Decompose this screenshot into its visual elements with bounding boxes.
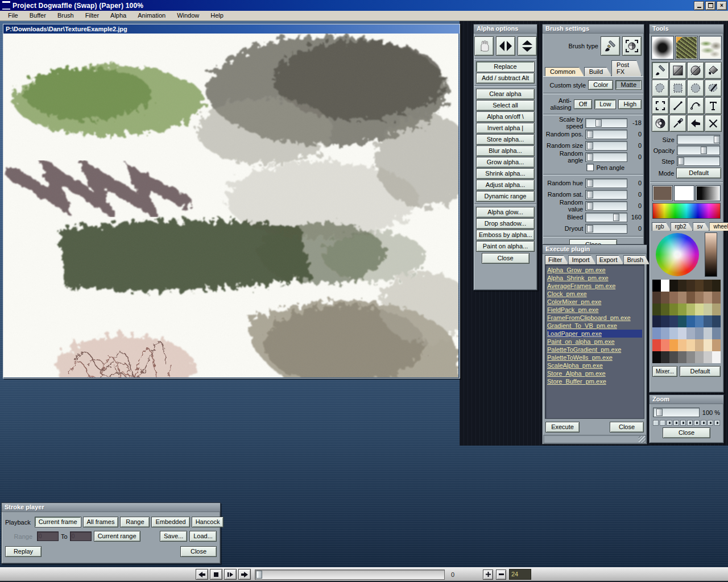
mode-button[interactable]: Default — [676, 168, 721, 178]
close-button[interactable]: × — [717, 1, 727, 10]
alpha-action-button[interactable]: Dynamic range — [476, 191, 535, 202]
zoom-title[interactable]: Zoom — [650, 395, 723, 404]
plugin-item[interactable]: Alpha_Grow_pm.exe — [547, 266, 642, 274]
crop-tool-button[interactable] — [652, 97, 669, 114]
hue-strip[interactable] — [652, 203, 721, 219]
palette-swatch[interactable] — [712, 315, 721, 327]
palette-swatch[interactable] — [652, 327, 661, 339]
menu-item[interactable]: Window — [171, 11, 205, 20]
execute-close-button[interactable]: Close — [610, 422, 644, 433]
pan-hand-button[interactable] — [474, 36, 494, 56]
tools-title[interactable]: Tools — [650, 24, 723, 34]
palette-swatch[interactable] — [695, 280, 704, 292]
palette-swatch[interactable] — [686, 292, 695, 304]
filled-ellipse-tool-button[interactable] — [687, 62, 704, 79]
delete-tool-button[interactable] — [705, 115, 722, 132]
zoom-slider[interactable] — [653, 408, 700, 417]
canvas-titlebar[interactable]: P:\Downloads\Danr\TextureExample2.jpg — [3, 24, 460, 34]
tab-wheel[interactable]: wheel — [709, 222, 728, 231]
palette-swatch[interactable] — [695, 304, 704, 315]
palette-swatch[interactable] — [712, 339, 721, 351]
brush-slider[interactable] — [585, 224, 627, 234]
palette-swatch[interactable] — [704, 304, 712, 315]
zoom-detent[interactable] — [667, 420, 672, 426]
zoom-close-button[interactable]: Close — [663, 427, 710, 438]
line-tool-button[interactable] — [669, 97, 686, 114]
fill-tool-button[interactable] — [705, 62, 722, 79]
tool-slider[interactable] — [677, 135, 720, 144]
secondary-color-swatch[interactable] — [674, 185, 694, 201]
ellipse-select-tool-button[interactable] — [687, 80, 704, 97]
palette-swatch[interactable] — [686, 351, 695, 363]
slider-thumb[interactable] — [595, 119, 602, 127]
color-wheel[interactable] — [656, 233, 699, 276]
palette-swatch[interactable] — [678, 351, 686, 363]
alpha-action-button[interactable]: Grow alpha... — [476, 157, 535, 168]
brush-slider[interactable] — [585, 213, 627, 222]
undo-tool-button[interactable] — [687, 115, 704, 132]
palette-swatch[interactable] — [661, 315, 669, 327]
menu-item[interactable]: Alpha — [105, 11, 132, 20]
save-button[interactable]: Save... — [160, 531, 187, 542]
palette-swatch[interactable] — [686, 327, 695, 339]
tab-export[interactable]: Export — [596, 255, 624, 264]
palette-swatch[interactable] — [704, 280, 712, 292]
slider-thumb[interactable] — [587, 153, 593, 161]
palette-swatch[interactable] — [669, 327, 678, 339]
slider-thumb[interactable] — [256, 571, 262, 579]
brush-slider[interactable] — [585, 152, 627, 162]
palette-swatch[interactable] — [661, 327, 669, 339]
slider-thumb[interactable] — [587, 142, 593, 149]
alpha-action-button[interactable]: Select all — [476, 100, 535, 111]
tool-slider[interactable] — [677, 156, 720, 166]
alpha-action-button[interactable]: Store alpha... — [476, 134, 535, 145]
palette-swatch[interactable] — [661, 339, 669, 351]
brush-slider[interactable] — [585, 130, 627, 139]
palette-swatch[interactable] — [669, 339, 678, 351]
brush-type-button[interactable] — [601, 36, 620, 56]
slider-thumb[interactable] — [587, 225, 593, 232]
alpha-action-button[interactable]: Alpha on/off \ — [476, 111, 535, 122]
rect-select-tool-button[interactable] — [669, 80, 686, 97]
texture-preview-thumbnail[interactable] — [675, 36, 698, 60]
slider-thumb[interactable] — [587, 180, 593, 187]
palette-swatch[interactable] — [704, 339, 712, 351]
zoom-detent[interactable] — [653, 420, 659, 426]
alpha-effect-button[interactable]: Paint on alpha... — [476, 241, 535, 252]
restore-button[interactable] — [705, 1, 715, 10]
zoom-detent[interactable] — [673, 420, 679, 426]
tab-sv[interactable]: sv — [693, 222, 709, 231]
plugin-item[interactable]: PaletteToWells_pm.exe — [547, 354, 642, 361]
brush-slider[interactable] — [585, 141, 627, 151]
load-button[interactable]: Load... — [189, 531, 217, 542]
brush-slider[interactable] — [585, 201, 627, 211]
text-tool-button[interactable] — [705, 97, 722, 114]
playback-current-frame-button[interactable]: Current frame — [35, 517, 81, 527]
tool-slider[interactable] — [677, 146, 720, 155]
palette-swatch[interactable] — [652, 304, 661, 315]
paper-preview-thumbnail[interactable] — [699, 36, 722, 60]
slider-thumb[interactable] — [701, 147, 707, 154]
plugin-item[interactable]: AverageFrames_pm.exe — [547, 282, 642, 290]
range-to-field[interactable]: 0 — [70, 531, 92, 541]
palette-swatch[interactable] — [686, 304, 695, 315]
tab-common[interactable]: Common — [545, 67, 584, 76]
current-range-button[interactable]: Current range — [94, 531, 140, 542]
range-from-field[interactable]: 0 — [37, 531, 59, 541]
picker-tool-button[interactable] — [669, 115, 686, 132]
plugin-item[interactable]: FrameFromClipboard_pm.exe — [547, 314, 642, 322]
tab-rgb[interactable]: rgb — [652, 222, 671, 231]
playback-hancock-button[interactable]: Hancock — [192, 517, 224, 527]
value-bar[interactable] — [705, 232, 717, 277]
alpha-options-title[interactable]: Alpha options — [474, 24, 537, 34]
palette-swatch[interactable] — [695, 292, 704, 304]
alpha-add-subtract-button[interactable]: Add / subtract Alt — [476, 73, 535, 84]
menu-item[interactable]: Buffer — [24, 11, 52, 20]
brush-settings-title[interactable]: Brush settings — [543, 24, 644, 34]
palette-swatch[interactable] — [712, 292, 721, 304]
execute-plugin-title[interactable]: Execute plugin — [543, 245, 647, 254]
execute-button[interactable]: Execute — [545, 422, 580, 433]
plugin-item[interactable]: Clock_pm.exe — [547, 290, 642, 298]
freehand-select-tool-button[interactable] — [652, 80, 669, 97]
zoom-detent[interactable] — [694, 420, 700, 426]
